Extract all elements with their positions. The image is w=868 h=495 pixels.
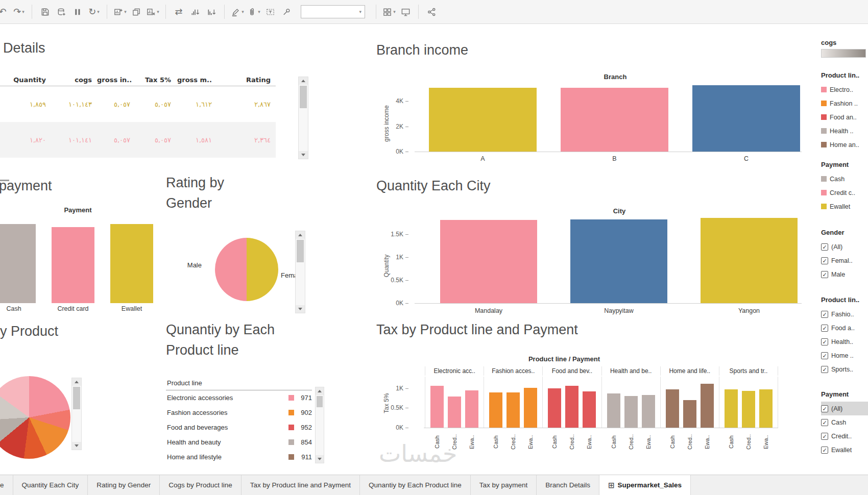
bar-home-and-life-cash[interactable]	[666, 389, 679, 428]
scrollbar-track[interactable]	[72, 386, 81, 442]
bar-electronic-acc-cash[interactable]	[430, 386, 444, 428]
scrollbar-thumb[interactable]	[73, 387, 80, 409]
pause-auto-updates-button[interactable]	[71, 4, 84, 19]
highlight-button[interactable]: ▾	[231, 4, 244, 19]
sort-descending-button[interactable]	[205, 4, 218, 19]
bar-sports-and-tr-cash[interactable]	[725, 389, 738, 428]
cogs-by-product-pie[interactable]	[0, 376, 70, 459]
bar-home-and-life-cred[interactable]	[683, 400, 696, 428]
legend-item-food-an[interactable]: Food an..	[821, 110, 868, 124]
cogs-scrollbar[interactable]	[71, 378, 82, 450]
tab-tax-by-payment[interactable]: Tax by payment	[471, 475, 537, 495]
filter-item-femal[interactable]: ✓Femal..	[821, 254, 868, 267]
table-row-electronic-accessories[interactable]: Electronic accessories971	[166, 390, 312, 405]
bar-sports-and-tr-cred[interactable]	[742, 391, 755, 428]
bar-food-and-bev-ewa[interactable]	[583, 391, 596, 428]
presentation-mode-button[interactable]	[399, 4, 412, 19]
legend-item-cash[interactable]: Cash	[821, 172, 868, 186]
tab-rating-by-gender[interactable]: Rating by Gender	[88, 475, 160, 495]
bar-fashion-acces-cash[interactable]	[489, 392, 502, 428]
table-row-food-and-beverages[interactable]: Food and beverages952	[166, 420, 312, 435]
bar-electronic-acc-ewa[interactable]	[465, 390, 478, 428]
bar-fashion-acces-ewa[interactable]	[524, 388, 537, 428]
filter-item-health[interactable]: ✓Health..	[821, 335, 868, 349]
format-clip-button[interactable]: ▾	[247, 4, 260, 19]
bar-credit-card[interactable]	[52, 227, 94, 303]
filter-item-ewallet[interactable]: ✓Ewallet	[821, 443, 868, 457]
scroll-up-button[interactable]	[299, 77, 308, 85]
refresh-data-button[interactable]: ↻▾	[87, 4, 101, 19]
tab-supermarket-sales[interactable]: ⊞Supermarket_Sales	[599, 475, 691, 495]
scrollbar-thumb[interactable]	[297, 240, 304, 262]
duplicate-sheet-button[interactable]	[130, 4, 143, 19]
fit-selector[interactable]: ▾	[301, 5, 365, 18]
tab-cogs-by-product-line[interactable]: Cogs by Product line	[160, 475, 242, 495]
bar-fashion-acces-cred[interactable]	[507, 392, 520, 428]
table-row[interactable]: ١,٨٥٩١٠١,١٤٣٥,٠٥٧٥,٠٥٧١,٦١٢٢,٨٦٧	[0, 86, 276, 122]
tab-quantity-each-city[interactable]: Quantity Each City	[13, 475, 88, 495]
table-row[interactable]: ١,٨٢٠١٠١,١٤١٥,٠٥٧٥,٠٥٧١,٥٨١٢,٣٦٤	[0, 122, 276, 158]
swap-rows-columns-button[interactable]: ⇄	[172, 4, 185, 19]
legend-item-fashion[interactable]: Fashion ..	[821, 96, 868, 110]
new-data-source-button[interactable]	[55, 4, 68, 19]
legend-item-health[interactable]: Health ..	[821, 124, 868, 138]
filter-item-credit[interactable]: ✓Credit..	[821, 429, 868, 443]
filter-item-fashio[interactable]: ✓Fashio..	[821, 307, 868, 321]
legend-item-ewallet[interactable]: Ewallet	[821, 200, 868, 213]
scroll-up-button[interactable]	[296, 231, 305, 239]
bar-ewallet[interactable]	[110, 224, 153, 303]
show-cards-button[interactable]: ▾	[382, 4, 396, 19]
scrollbar-track[interactable]	[316, 395, 324, 455]
tab-branch-details[interactable]: Branch Details	[537, 475, 599, 495]
undo-button[interactable]: ↶	[0, 4, 9, 19]
text-label-button[interactable]	[263, 4, 277, 19]
bar-health-and-be-cred[interactable]	[624, 396, 638, 428]
fix-axes-button[interactable]	[280, 4, 293, 19]
table-row-health-and-beauty[interactable]: Health and beauty854	[166, 435, 312, 450]
tab-tax-by-product-line-and-payment[interactable]: Tax by Product line and Payment	[242, 475, 360, 495]
scrollbar-track[interactable]	[296, 239, 305, 305]
tab-qunantiy-by-each-product-line[interactable]: Qunantiy by Each Product line	[360, 475, 471, 495]
filter-item-all[interactable]: ✓(All)	[821, 240, 868, 254]
bar-health-and-be-ewa[interactable]	[642, 395, 655, 428]
bar-electronic-acc-cred[interactable]	[448, 397, 461, 428]
table-row-fashion-accessories[interactable]: Fashion accessories902	[166, 405, 312, 420]
bar-food-and-bev-cred[interactable]	[565, 386, 578, 428]
rating-by-gender-pie[interactable]	[215, 238, 278, 301]
legend-item-home-an[interactable]: Home an..	[821, 138, 868, 152]
scroll-down-button[interactable]	[316, 455, 324, 463]
bar-naypyitaw[interactable]	[570, 219, 667, 303]
filter-item-cash[interactable]: ✓Cash	[821, 415, 868, 429]
sort-ascending-button[interactable]	[188, 4, 202, 19]
filter-item-food-a[interactable]: ✓Food a..	[821, 321, 868, 335]
table-row-home-and-lifestyle[interactable]: Home and lifestyle911	[166, 450, 312, 464]
bar-food-and-bev-cash[interactable]	[548, 388, 561, 428]
details-scrollbar[interactable]	[298, 77, 308, 159]
scrollbar-thumb[interactable]	[317, 396, 323, 407]
filter-item-all[interactable]: ✓(All)	[821, 402, 868, 415]
save-button[interactable]	[38, 4, 52, 19]
share-button[interactable]	[425, 4, 438, 19]
bar-b[interactable]	[561, 88, 668, 152]
bar-cash[interactable]	[0, 224, 36, 303]
scroll-down-button[interactable]	[296, 305, 305, 313]
redo-button[interactable]: ↷▾	[12, 4, 26, 19]
scrollbar-track[interactable]	[299, 85, 308, 151]
bar-home-and-life-ewa[interactable]	[701, 384, 714, 428]
product-table-scrollbar[interactable]	[315, 387, 324, 463]
bar-sports-and-tr-ewa[interactable]	[759, 389, 773, 428]
scroll-down-button[interactable]	[299, 151, 308, 159]
bar-yangon[interactable]	[701, 218, 798, 303]
filter-item-sports[interactable]: ✓Sports..	[821, 362, 868, 376]
cogs-gradient-legend[interactable]	[821, 49, 866, 58]
filter-item-male[interactable]: ✓Male	[821, 267, 868, 281]
tab-ncome[interactable]: ncome	[0, 475, 13, 495]
bar-c[interactable]	[692, 85, 800, 152]
legend-item-electro[interactable]: Electro..	[821, 83, 868, 96]
filter-item-home[interactable]: ✓Home ..	[821, 349, 868, 362]
scroll-down-button[interactable]	[72, 442, 81, 450]
scrollbar-thumb[interactable]	[300, 86, 307, 108]
scroll-up-button[interactable]	[72, 378, 81, 386]
bar-a[interactable]	[429, 88, 537, 152]
clear-sheet-button[interactable]: ▾	[146, 4, 159, 19]
